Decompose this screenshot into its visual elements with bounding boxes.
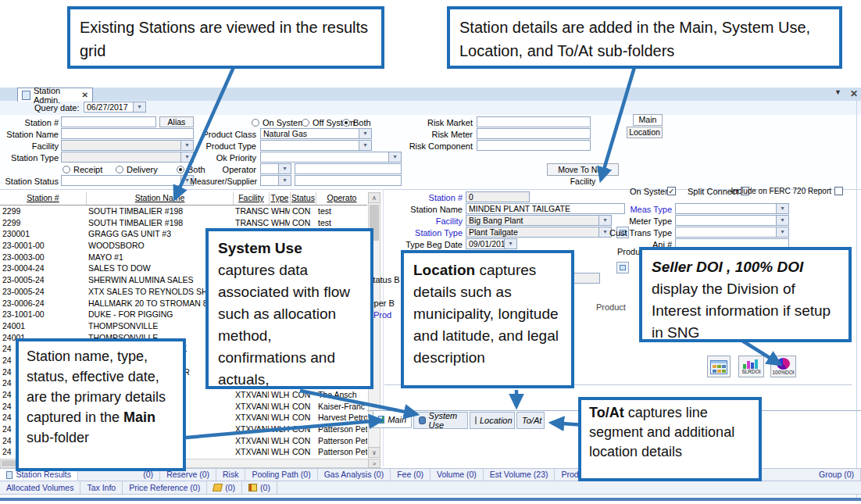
- facility-select[interactable]: [61, 140, 194, 151]
- subtab-location-label: Location: [480, 416, 513, 425]
- callout-subfolders: Station details are added in the Main, S…: [447, 6, 842, 69]
- product-type-select[interactable]: [260, 140, 372, 151]
- alias-button[interactable]: Alias: [159, 116, 194, 127]
- risk-meter-label: Risk Meter: [418, 130, 473, 139]
- detail-station-num-field[interactable]: 0: [466, 191, 530, 202]
- chevron-down-icon[interactable]: [359, 141, 371, 150]
- scroll-up-icon[interactable]: ∧: [368, 192, 380, 203]
- on-system-radio[interactable]: [252, 119, 259, 127]
- risk-market-input[interactable]: [477, 116, 591, 127]
- product-class-value: Natural Gas: [261, 129, 359, 138]
- cust-trans-type-select[interactable]: [675, 227, 789, 238]
- col-facility[interactable]: Facility: [233, 192, 269, 205]
- move-to-new-facility-button[interactable]: Move To New Facility: [547, 163, 619, 176]
- both-radio[interactable]: [177, 166, 184, 173]
- tab-tax-info[interactable]: Tax Info: [80, 481, 123, 494]
- both-system-radio[interactable]: [342, 119, 350, 127]
- grid-view-icon: [710, 360, 727, 374]
- type-beg-date-label: Type Beg Date: [392, 240, 463, 249]
- subtab-to-at[interactable]: To/At: [516, 412, 545, 429]
- scroll-right-icon[interactable]: >: [368, 459, 380, 468]
- product-class-select[interactable]: Natural Gas: [260, 128, 372, 139]
- ferc-checkbox[interactable]: [834, 187, 843, 195]
- tab-price-reference[interactable]: Price Reference (0): [123, 481, 207, 494]
- detail-facility-select[interactable]: Big Bang Plant: [466, 215, 612, 226]
- station-status-lookup-button[interactable]: [616, 262, 629, 273]
- chevron-down-icon[interactable]: [504, 239, 516, 248]
- tab-notes[interactable]: (0): [207, 481, 242, 494]
- meter-type-select[interactable]: [675, 215, 789, 226]
- chevron-down-icon[interactable]: [359, 129, 371, 138]
- tab-est-volume[interactable]: Est Volume (23): [484, 469, 556, 481]
- cell-station-name: SOUTH TIMBALIER #198: [86, 206, 233, 217]
- ok-priority-select[interactable]: [260, 152, 402, 163]
- chevron-down-icon[interactable]: [278, 176, 291, 185]
- grid-header[interactable]: Station # Station Name Facility Type Sta…: [0, 192, 367, 206]
- delivery-radio[interactable]: [116, 166, 123, 173]
- meas-type-select[interactable]: [675, 203, 789, 214]
- type-beg-date-select[interactable]: 09/01/2014: [466, 238, 517, 249]
- pct-doi-caption: 100%DOI: [771, 370, 795, 375]
- table-row[interactable]: 2299 SOUTH TIMBALIER #198 TRANSC WHM CON…: [0, 217, 367, 229]
- subtab-location[interactable]: Location: [470, 412, 515, 429]
- window-menu-caret-icon[interactable]: ▼: [834, 88, 841, 96]
- table-row[interactable]: 2299 SOUTH TIMBALIER #198 TRANSC WHM CON…: [0, 206, 367, 217]
- query-date-select[interactable]: 06/27/2017: [84, 102, 146, 113]
- chevron-down-icon[interactable]: [776, 216, 788, 225]
- operator-select[interactable]: [260, 163, 291, 174]
- station-results-icon: [6, 471, 13, 479]
- tab-flag[interactable]: (0): [242, 481, 277, 494]
- cell-status: CON: [290, 435, 316, 447]
- slr-doi-button[interactable]: SLRDOI: [738, 356, 764, 377]
- col-status[interactable]: Status: [290, 192, 316, 205]
- cell-facility: XTXVANI: [233, 389, 269, 401]
- measurer-supplier-input[interactable]: [295, 175, 402, 186]
- chevron-down-icon[interactable]: [776, 227, 788, 237]
- chevron-down-icon[interactable]: [776, 204, 788, 213]
- tab-allocated-volumes[interactable]: Allocated Volumes: [0, 481, 80, 494]
- type-beg-date-value: 09/01/2014: [466, 239, 504, 248]
- tab-close-icon[interactable]: ✕: [82, 91, 88, 99]
- detail-on-system-label: On System: [630, 187, 672, 196]
- risk-meter-input[interactable]: [477, 128, 591, 139]
- station-type-select[interactable]: [61, 152, 194, 163]
- operator-input[interactable]: [295, 163, 402, 174]
- pct-doi-button[interactable]: 100%DOI: [770, 356, 796, 377]
- cell-facility: TRANSC: [233, 217, 269, 229]
- col-station-name[interactable]: Station Name: [86, 192, 233, 205]
- station-status-select[interactable]: [61, 175, 194, 186]
- risk-component-input[interactable]: [477, 140, 591, 151]
- chevron-down-icon[interactable]: [278, 164, 291, 173]
- col-station-num[interactable]: Station #: [0, 192, 86, 205]
- station-number-input[interactable]: [61, 116, 156, 127]
- meter-type-label: Meter Type: [600, 216, 672, 226]
- tab-fee[interactable]: Fee (0): [391, 469, 430, 481]
- tab-gas-analysis[interactable]: Gas Analysis (0): [318, 469, 391, 481]
- tab-risk[interactable]: Risk: [216, 469, 245, 481]
- cell-operator: Patterson Pet: [316, 424, 367, 435]
- main-button[interactable]: Main: [633, 114, 663, 126]
- slr-doi-caption: SLRDOI: [739, 369, 763, 374]
- receipt-radio[interactable]: [63, 166, 70, 173]
- detail-station-type-select[interactable]: Plant Tailgate: [466, 227, 612, 238]
- detail-station-name-label: Station Name: [392, 205, 463, 214]
- cell-station-num: 2299: [0, 217, 86, 229]
- location-button[interactable]: Location: [627, 127, 663, 138]
- col-operator[interactable]: Operato: [316, 192, 367, 205]
- tab-pooling-path[interactable]: Pooling Path (0): [245, 469, 317, 481]
- tab-volume[interactable]: Volume (0): [430, 469, 484, 481]
- grid-view-button[interactable]: [707, 356, 731, 377]
- scroll-down-icon[interactable]: ∨: [368, 447, 380, 458]
- col-type[interactable]: Type: [269, 192, 290, 205]
- measurer-supplier-select[interactable]: [260, 175, 291, 186]
- chevron-down-icon[interactable]: [133, 102, 145, 112]
- window-close-icon[interactable]: ✕: [850, 88, 858, 99]
- chevron-down-icon[interactable]: [388, 152, 401, 162]
- subtab-system-use[interactable]: System Use: [413, 412, 468, 429]
- subtab-main[interactable]: Main: [373, 411, 412, 428]
- tab-station-admin[interactable]: Station Admin. ✕: [17, 88, 93, 102]
- on-system-checkbox[interactable]: [667, 187, 676, 195]
- tab-group[interactable]: Group (0): [813, 469, 861, 481]
- station-name-input[interactable]: [61, 128, 194, 139]
- off-system-radio[interactable]: [302, 119, 309, 127]
